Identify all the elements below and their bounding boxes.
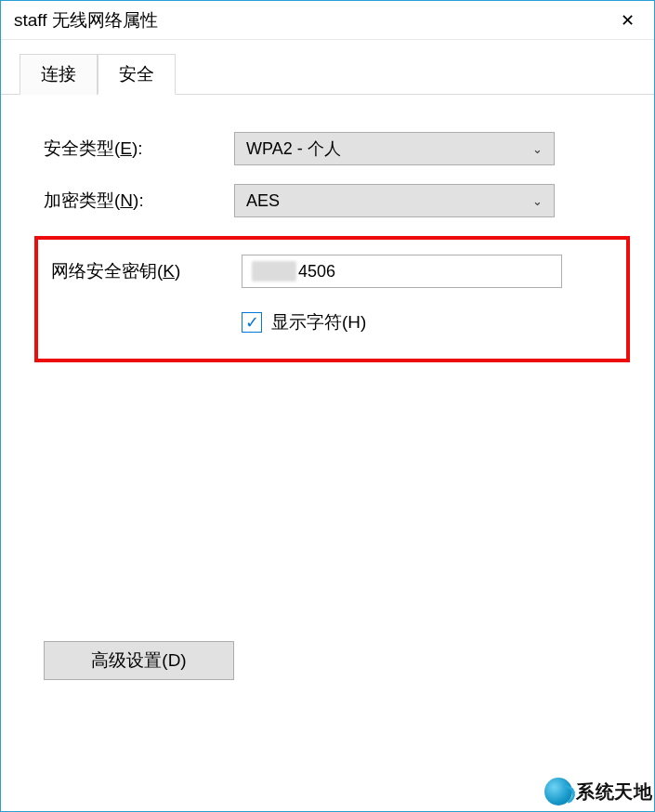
security-type-select[interactable]: WPA2 - 个人 ⌄ — [234, 132, 555, 165]
encryption-type-value: AES — [246, 191, 280, 211]
network-key-label: 网络安全密钥(K) — [51, 259, 242, 283]
titlebar: staff 无线网络属性 ✕ — [1, 1, 654, 40]
window-title: staff 无线网络属性 — [14, 8, 158, 33]
show-characters-checkbox[interactable]: ✓ — [242, 312, 262, 333]
network-key-row: 网络安全密钥(K) 4506 — [38, 255, 626, 288]
tab-strip: 连接 安全 — [20, 53, 654, 95]
close-button[interactable]: ✕ — [600, 1, 654, 40]
show-characters-label: 显示字符(H) — [271, 310, 366, 334]
security-type-value: WPA2 - 个人 — [246, 138, 341, 160]
security-panel: 安全类型(E): WPA2 - 个人 ⌄ 加密类型(N): AES ⌄ 网络安全… — [1, 94, 654, 699]
wifi-properties-window: staff 无线网络属性 ✕ 连接 安全 安全类型(E): WPA2 - 个人 … — [0, 0, 655, 812]
chevron-down-icon: ⌄ — [532, 142, 543, 156]
encryption-type-row: 加密类型(N): AES ⌄ — [20, 184, 635, 217]
security-type-row: 安全类型(E): WPA2 - 个人 ⌄ — [20, 132, 635, 165]
security-type-label: 安全类型(E): — [44, 137, 234, 161]
encryption-type-label: 加密类型(N): — [44, 189, 234, 213]
watermark: 系统天地 — [544, 778, 652, 805]
checkmark-icon: ✓ — [245, 314, 259, 331]
highlight-box: 网络安全密钥(K) 4506 ✓ 显示字符(H) — [34, 236, 630, 362]
tab-security[interactable]: 安全 — [98, 54, 176, 95]
show-characters-row: ✓ 显示字符(H) — [242, 310, 626, 334]
watermark-text: 系统天地 — [576, 779, 652, 805]
masked-key-prefix — [252, 261, 296, 282]
close-icon: ✕ — [621, 10, 635, 31]
network-key-value: 4506 — [298, 262, 335, 282]
chevron-down-icon: ⌄ — [532, 194, 543, 208]
advanced-settings-button[interactable]: 高级设置(D) — [44, 641, 234, 680]
globe-icon — [544, 778, 572, 805]
tab-connection[interactable]: 连接 — [20, 54, 98, 95]
network-key-input[interactable]: 4506 — [242, 255, 562, 288]
encryption-type-select[interactable]: AES ⌄ — [234, 184, 555, 217]
